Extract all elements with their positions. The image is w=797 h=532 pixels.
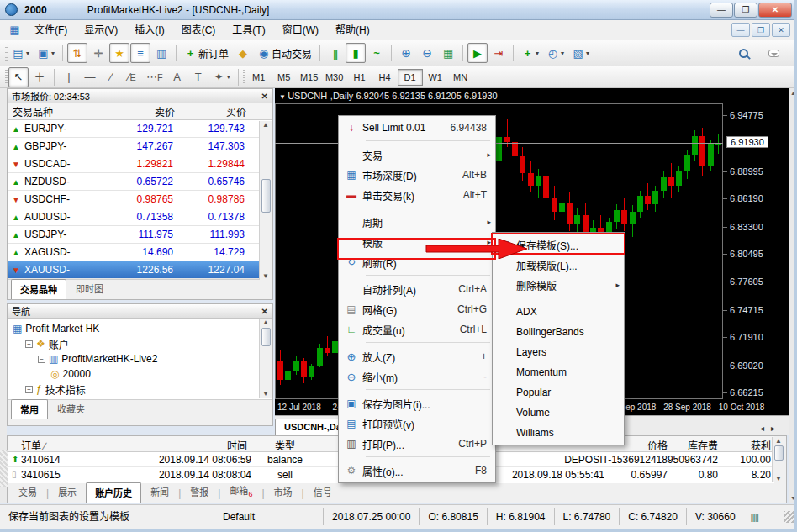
market-watch-row[interactable]: ▲USDJPY-111.975111.993 (8, 226, 272, 244)
menu-item-williams[interactable]: Williams (494, 423, 622, 443)
menu-item-属性-o-[interactable]: ⚙属性(o)...F8 (340, 461, 494, 481)
child-close-button[interactable]: ✕ (772, 23, 790, 37)
navigator-scrollbar[interactable]: ▲▼ (259, 319, 272, 398)
profiles-button[interactable]: ▣▾ (34, 43, 58, 63)
menu-item-单击交易-k-[interactable]: ▬单击交易(k)Alt+T (340, 185, 494, 205)
new-chart-button[interactable]: ▤▾ (8, 43, 33, 63)
menubar-item[interactable]: 显示(V) (76, 21, 126, 40)
trendline-button[interactable]: ∕ (101, 67, 121, 87)
menu-item-sell-limit-0-01[interactable]: ↓Sell Limit 0.016.94438 (340, 118, 494, 138)
candlestick-chart-button[interactable]: ▮ (346, 43, 366, 63)
terminal-scrollbar[interactable]: ▲▼ (772, 437, 784, 482)
horizontal-line-button[interactable]: — (80, 67, 100, 87)
market-watch-tab-0[interactable]: 交易品种 (11, 279, 66, 299)
menubar-item[interactable]: 文件(F) (26, 21, 76, 40)
menu-item-保存模板-s-[interactable]: ▧保存模板(S)... (494, 234, 622, 255)
market-watch-tab-1[interactable]: 即时图 (66, 278, 113, 299)
search-button[interactable] (733, 43, 753, 63)
timeframe-d1[interactable]: D1 (398, 69, 423, 86)
terminal-dock-handle[interactable] (0, 450, 8, 487)
market-watch-row[interactable]: ▲AUDUSD-0.713580.71378 (8, 208, 272, 226)
menubar-item[interactable]: 插入(I) (126, 21, 172, 40)
crosshair-tool-button[interactable]: ＋ (29, 67, 50, 87)
menu-item-缩小-m-[interactable]: ⊖缩小(m)- (340, 366, 494, 387)
close-button[interactable]: ✕ (758, 3, 792, 18)
periods-button[interactable]: ◴▾ (543, 43, 567, 63)
terminal-tab-7[interactable]: 信号 (304, 482, 341, 503)
templates-button[interactable]: ▧▾ (568, 43, 593, 63)
market-watch-row[interactable]: ▲XAGUSD-14.69014.729 (8, 244, 272, 261)
chart-tab-scroll-arrows[interactable]: ◂▸ (753, 424, 789, 435)
channel-button[interactable]: ∕E (122, 67, 142, 87)
close-icon[interactable]: ✕ (261, 92, 268, 101)
auto-scroll-button[interactable]: ▶ (467, 43, 488, 63)
menu-item-删除模版[interactable]: 删除模版▸ (494, 275, 622, 295)
expert-advisors-button[interactable]: ◆ (233, 43, 253, 63)
chat-button[interactable] (763, 43, 784, 63)
indicators-button[interactable]: +▾ (518, 43, 542, 63)
timeframe-m1[interactable]: M1 (246, 69, 272, 86)
arrows-button[interactable]: ✦▾ (209, 67, 234, 87)
terminal-toggle-button[interactable]: ≡ (130, 43, 150, 63)
navigator-item[interactable]: ▦Profit Market HK (8, 321, 272, 336)
child-restore-button[interactable]: ❐ (752, 23, 770, 37)
collapse-expander-icon[interactable]: − (25, 386, 33, 393)
timeframe-w1[interactable]: W1 (423, 69, 448, 86)
strategy-tester-button[interactable]: ▥ (151, 43, 172, 63)
navigator-tab-0[interactable]: 常用 (11, 399, 48, 419)
menu-item-交易[interactable]: 交易▸ (340, 145, 494, 165)
column-type[interactable]: 类型 (256, 438, 314, 452)
menu-item-adx[interactable]: ADX (494, 302, 622, 322)
market-watch-toggle-button[interactable]: ⇅ (67, 43, 87, 63)
vertical-line-button[interactable]: | (59, 67, 79, 87)
timeframe-m15[interactable]: M15 (297, 69, 322, 86)
bar-chart-button[interactable]: ||| (325, 43, 345, 63)
navigator-tab-1[interactable]: 收藏夹 (48, 398, 94, 419)
navigator-item[interactable]: ◎20000 (8, 366, 272, 382)
menu-item-保存为图片-i-[interactable]: ▣保存为图片(i)... (340, 393, 494, 413)
menu-item-周期[interactable]: 周期▸ (340, 212, 494, 232)
menu-item-模版[interactable]: 模版▸ (340, 232, 494, 252)
navigator-item[interactable]: −❖账户 (8, 336, 272, 351)
menu-item-放大-z-[interactable]: ⊕放大(Z)+ (340, 346, 494, 366)
text-label-button[interactable]: T (188, 67, 208, 87)
market-watch-row[interactable]: ▲GBPJPY-147.267147.303 (8, 138, 272, 155)
terminal-tab-6[interactable]: 市场 (265, 482, 302, 503)
column-swap[interactable]: 库存费 (672, 438, 718, 452)
cursor-tool-button[interactable]: ↖ (8, 67, 29, 87)
menubar-item[interactable]: 帮助(H) (327, 21, 378, 40)
navigator-item[interactable]: −ƒ技术指标 (8, 382, 272, 397)
menu-item-打印-p-[interactable]: ▥打印(P)...Ctrl+P (340, 434, 494, 454)
minimize-button[interactable]: — (710, 3, 733, 18)
data-window-button[interactable]: ✛ (88, 43, 108, 63)
menu-item-成交量-u-[interactable]: ∟成交量(u)Ctrl+L (340, 319, 494, 340)
terminal-tab-5[interactable]: 邮箱6 (220, 480, 261, 503)
tile-windows-button[interactable]: ▦ (438, 43, 458, 63)
collapse-expander-icon[interactable]: − (25, 340, 33, 348)
close-icon[interactable]: ✕ (261, 307, 268, 316)
column-profit[interactable]: 获利 (722, 438, 771, 452)
terminal-tab-3[interactable]: 新闻 (141, 482, 178, 503)
child-minimize-button[interactable]: — (731, 23, 750, 37)
menubar-item[interactable]: 工具(T) (224, 21, 273, 40)
timeframe-m30[interactable]: M30 (322, 69, 347, 86)
column-order[interactable]: 订单 ∕ (21, 438, 45, 452)
menu-item-打印预览-v-[interactable]: ▤打印预览(v) (340, 413, 494, 434)
market-watch-row[interactable]: ▼XAUUSD-1226.561227.04 (8, 261, 272, 279)
text-tool-button[interactable]: A (167, 67, 187, 87)
timeframe-mn[interactable]: MN (448, 69, 473, 86)
chart-shift-button[interactable]: ⇥ (488, 43, 509, 63)
market-watch-row[interactable]: ▼USDCAD-1.298211.29844 (8, 155, 272, 173)
restore-button[interactable]: ❐ (734, 3, 757, 18)
menu-item-volume[interactable]: Volume (494, 403, 622, 423)
menu-item-popular[interactable]: Popular (494, 382, 622, 403)
menubar-item[interactable]: 窗口(W) (274, 21, 327, 40)
menu-item-刷新-r-[interactable]: ↻刷新(R) (340, 252, 494, 272)
terminal-tab-1[interactable]: 展示 (49, 482, 86, 503)
new-order-button[interactable]: +新订单 (181, 43, 232, 63)
collapse-expander-icon[interactable]: − (38, 356, 45, 363)
terminal-tab-2[interactable]: 账户历史 (86, 482, 141, 503)
zoom-in-button[interactable]: ⊕ (396, 43, 416, 63)
menu-item-layers[interactable]: Layers (494, 342, 622, 362)
zoom-out-button[interactable]: ⊖ (417, 43, 437, 63)
